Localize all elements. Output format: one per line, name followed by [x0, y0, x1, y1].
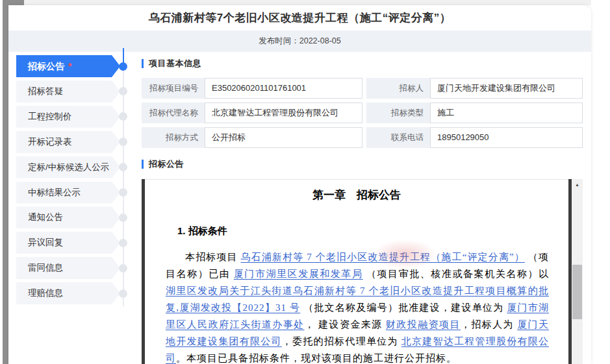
document-scrollbar[interactable]: ▲: [572, 179, 583, 364]
info-field-value: 厦门天地开发建设集团有限公司: [430, 78, 583, 99]
sidebar-item-label: 通知公告: [28, 212, 63, 222]
basic-info-section-header: 项目基本信息: [142, 58, 201, 69]
announcement-section-title: 招标公告: [149, 158, 184, 170]
info-table-row: 招标项目编号E3502060201101761001招标人厦门天地开发建设集团有…: [142, 78, 583, 99]
page-top-edge: [8, 0, 591, 5]
timeline-dot: [119, 264, 127, 273]
info-field-value: 施工: [430, 103, 583, 123]
info-field-value: 18950129050: [430, 127, 583, 148]
sidebar-item[interactable]: 开标记录表: [16, 131, 120, 153]
sidebar-item[interactable]: 中标结果公示: [16, 182, 120, 204]
info-table-row: 招标方式公开招标联系电话18950129050: [142, 127, 583, 148]
timeline-dot: [119, 62, 127, 71]
sidebar-item-label: 中标结果公示: [28, 188, 81, 197]
section-accent-bar-icon: [142, 160, 144, 169]
timeline-dot: [119, 112, 127, 121]
sidebar-item-label: 定标/中标候选人公示: [28, 162, 109, 172]
section-accent-bar-icon: [142, 59, 144, 68]
content-card: 乌石浦新村等7个老旧小区改造提升工程（施工“评定分离”） 发布时间：2022-0…: [8, 5, 591, 364]
sidebar-item-label: 开标记录表: [28, 137, 72, 147]
document-link[interactable]: 财政投融资项目: [386, 319, 461, 330]
scrollbar-up-arrow-icon[interactable]: ▲: [572, 179, 583, 189]
document-text: 。本项目已具备招标条件，现对该项目的施工进行公开招标。: [176, 353, 457, 363]
scrollbar-thumb[interactable]: [572, 265, 582, 319]
sidebar-item-label: 理赔信息: [28, 288, 63, 298]
sidebar-item[interactable]: 工程控制价: [16, 106, 120, 128]
timeline-dot: [119, 87, 127, 95]
sidebar-item[interactable]: 招标公告*: [16, 55, 120, 77]
document-text: ， 建设资金来源: [305, 319, 386, 330]
required-star-icon: *: [68, 61, 71, 71]
page-left-edge: [3, 0, 8, 364]
timeline-dot: [119, 239, 127, 247]
document-heading: 1. 招标条件: [177, 225, 568, 237]
info-field-label: 招标项目编号: [142, 78, 205, 99]
sidebar-item-label: 招标答疑: [28, 86, 63, 96]
timeline-dot: [119, 289, 127, 298]
info-field-value: 公开招标: [205, 127, 362, 148]
sidebar-item-label: 异议回复: [28, 237, 63, 247]
document-page: 第一章 招标公告 1. 招标条件 本招标项目 乌石浦新村等 7 个老旧小区改造提…: [145, 179, 568, 364]
sidebar-item-label: 工程控制价: [28, 112, 72, 121]
document-text: ，委托的招标代理单位为: [282, 336, 401, 346]
basic-info-section-title: 项目基本信息: [149, 58, 201, 69]
info-field-label: 招标代理名称: [142, 103, 205, 123]
info-field-label: 招标类型: [366, 103, 430, 123]
info-field-value: E3502060201101761001: [205, 78, 362, 99]
publish-time-bar: 发布时间：2022-08-05: [8, 30, 591, 52]
document-text: （项目审批、核准或备案机关名称）以: [363, 269, 549, 279]
basic-info-table: 招标项目编号E3502060201101761001招标人厦门天地开发建设集团有…: [142, 78, 583, 152]
document-link[interactable]: 厦门市湖里区发展和发革局: [234, 269, 363, 279]
info-table-row: 招标代理名称北京建智达工程管理股份有限公司招标类型施工: [142, 103, 583, 123]
sidebar-item-label: 雷同信息: [28, 263, 63, 273]
document-text: ，招标人为: [461, 319, 517, 330]
document-paragraph: 本招标项目 乌石浦新村等 7 个老旧小区改造提升工程（施工“评定分离”） （项目…: [166, 249, 549, 364]
info-field-label: 招标方式: [142, 127, 205, 148]
page-title: 乌石浦新村等7个老旧小区改造提升工程（施工“评定分离”）: [8, 5, 591, 30]
timeline-dot: [119, 138, 127, 146]
page-top-corner: [8, 0, 24, 5]
info-field-value: 北京建智达工程管理股份有限公司: [205, 103, 362, 123]
timeline-dot: [119, 188, 127, 197]
info-field-label: 联系电话: [366, 127, 430, 148]
publish-time-text: 发布时间：2022-08-05: [259, 36, 340, 45]
document-chapter-title: 第一章 招标公告: [145, 188, 568, 202]
sidebar-item[interactable]: 雷同信息: [16, 257, 120, 279]
document-text: （批文名称及编号）批准建设，建设单位为: [300, 302, 507, 313]
document-link[interactable]: 乌石浦新村等 7 个老旧小区改造提升工程（施工“评定分离”）: [241, 252, 525, 262]
info-field-label: 招标人: [366, 78, 430, 99]
timeline-dot: [119, 213, 127, 222]
sidebar-item[interactable]: 异议回复: [16, 232, 120, 254]
announcement-section-header: 招标公告: [142, 158, 184, 170]
sidebar-item[interactable]: 定标/中标候选人公示: [16, 156, 120, 178]
document-viewer: 第一章 招标公告 1. 招标条件 本招标项目 乌石浦新村等 7 个老旧小区改造提…: [142, 179, 583, 364]
sidebar-item[interactable]: 通知公告: [16, 206, 120, 228]
sidebar-item[interactable]: 招标答疑: [16, 80, 120, 103]
sidebar-item[interactable]: 理赔信息: [16, 282, 120, 304]
timeline-dot: [119, 163, 127, 171]
document-text: 本招标项目: [185, 252, 241, 262]
sidebar-item-label: 招标公告: [28, 61, 64, 71]
